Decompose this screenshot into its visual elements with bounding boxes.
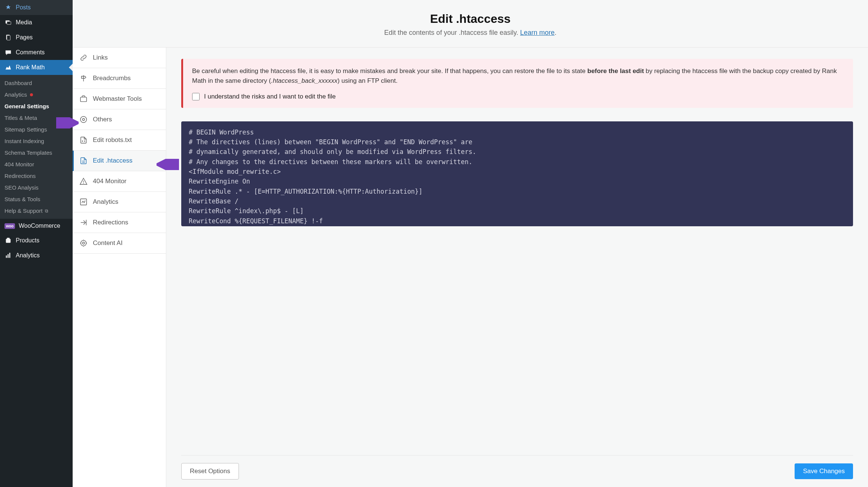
signpost-icon bbox=[79, 74, 88, 82]
comments-icon bbox=[4, 49, 12, 56]
pages-icon bbox=[4, 34, 12, 41]
settings-tabs-sidebar: Links Breadcrumbs Webmaster Tools Others… bbox=[73, 48, 166, 487]
submenu-status-tools[interactable]: Status & Tools bbox=[0, 193, 73, 205]
menu-rankmath[interactable]: Rank Math bbox=[0, 60, 73, 75]
menu-label: Media bbox=[16, 19, 32, 26]
tab-webmaster-tools[interactable]: Webmaster Tools bbox=[73, 89, 166, 109]
redirect-icon bbox=[79, 218, 88, 227]
learn-more-link[interactable]: Learn more bbox=[520, 29, 555, 36]
submenu-schema-templates[interactable]: Schema Templates bbox=[0, 147, 73, 158]
file-code-icon bbox=[79, 136, 88, 144]
tab-label: Links bbox=[93, 54, 108, 61]
settings-panel: Be careful when editing the htaccess fil… bbox=[166, 48, 868, 487]
tab-breadcrumbs[interactable]: Breadcrumbs bbox=[73, 68, 166, 89]
svg-rect-6 bbox=[6, 255, 7, 258]
consent-checkbox[interactable] bbox=[192, 93, 200, 100]
rankmath-submenu: Dashboard Analytics General Settings Tit… bbox=[0, 75, 73, 219]
rankmath-icon bbox=[4, 64, 12, 71]
menu-posts[interactable]: Posts bbox=[0, 0, 73, 15]
submenu-analytics[interactable]: Analytics bbox=[0, 89, 73, 100]
menu-label: Rank Math bbox=[16, 64, 45, 71]
save-button[interactable]: Save Changes bbox=[795, 463, 853, 479]
page-subtitle: Edit the contents of your .htaccess file… bbox=[80, 29, 861, 37]
tab-edit-robots[interactable]: Edit robots.txt bbox=[73, 130, 166, 151]
external-link-icon: ⧉ bbox=[45, 208, 48, 214]
submenu-sitemap-settings[interactable]: Sitemap Settings bbox=[0, 124, 73, 135]
content-area: Edit .htaccess Edit the contents of your… bbox=[73, 0, 868, 487]
htaccess-editor[interactable]: # BEGIN WordPress # The directives (line… bbox=[181, 121, 853, 226]
menu-pages[interactable]: Pages bbox=[0, 30, 73, 45]
tab-label: Analytics bbox=[93, 198, 118, 206]
page-header: Edit .htaccess Edit the contents of your… bbox=[73, 0, 868, 48]
warning-text: Be careful when editing the htaccess fil… bbox=[192, 66, 844, 86]
woo-icon: woo bbox=[4, 223, 15, 229]
menu-label: Comments bbox=[16, 49, 45, 56]
links-icon bbox=[79, 54, 88, 62]
chart-icon bbox=[79, 198, 88, 206]
menu-analytics-woo[interactable]: Analytics bbox=[0, 248, 73, 263]
menu-label: Analytics bbox=[16, 252, 40, 259]
menu-label: WooCommerce bbox=[19, 223, 60, 229]
file-text-icon bbox=[79, 157, 88, 165]
tab-404-monitor[interactable]: 404 Monitor bbox=[73, 171, 166, 192]
notification-dot-icon bbox=[30, 93, 33, 96]
warning-box: Be careful when editing the htaccess fil… bbox=[181, 59, 853, 108]
svg-rect-3 bbox=[7, 36, 10, 40]
tab-others[interactable]: Others bbox=[73, 109, 166, 130]
tab-label: Edit robots.txt bbox=[93, 136, 132, 144]
tab-label: 404 Monitor bbox=[93, 178, 127, 185]
bars-icon bbox=[4, 252, 12, 259]
warning-icon bbox=[79, 177, 88, 185]
tab-content-ai[interactable]: Content AI bbox=[73, 233, 166, 254]
submenu-seo-analysis[interactable]: SEO Analysis bbox=[0, 182, 73, 193]
media-icon bbox=[4, 19, 12, 26]
disc-icon bbox=[79, 115, 88, 124]
briefcase-icon bbox=[79, 95, 88, 103]
submenu-instant-indexing[interactable]: Instant Indexing bbox=[0, 135, 73, 147]
submenu-dashboard[interactable]: Dashboard bbox=[0, 77, 73, 89]
menu-comments[interactable]: Comments bbox=[0, 45, 73, 60]
svg-point-15 bbox=[84, 183, 84, 183]
reset-button[interactable]: Reset Options bbox=[181, 463, 239, 480]
wp-admin-sidebar: Posts Media Pages Comments Rank Math bbox=[0, 0, 73, 487]
svg-point-17 bbox=[81, 241, 87, 246]
tab-label: Content AI bbox=[93, 239, 122, 247]
menu-label: Products bbox=[16, 237, 39, 244]
svg-point-18 bbox=[82, 242, 85, 244]
tab-label: Others bbox=[93, 116, 112, 123]
tab-label: Redirections bbox=[93, 219, 128, 226]
menu-media[interactable]: Media bbox=[0, 15, 73, 30]
tab-edit-htaccess[interactable]: Edit .htaccess bbox=[73, 151, 166, 171]
svg-rect-5 bbox=[7, 238, 9, 239]
submenu-redirections[interactable]: Redirections bbox=[0, 170, 73, 182]
submenu-help-support[interactable]: Help & Support⧉ bbox=[0, 205, 73, 217]
svg-point-10 bbox=[81, 117, 87, 123]
submenu-general-settings[interactable]: General Settings bbox=[0, 100, 73, 112]
footer-bar: Reset Options Save Changes bbox=[181, 455, 853, 487]
menu-label: Pages bbox=[16, 34, 33, 41]
menu-products[interactable]: Products bbox=[0, 233, 73, 248]
svg-rect-1 bbox=[7, 21, 11, 24]
consent-label[interactable]: I understand the risks and I want to edi… bbox=[204, 93, 336, 100]
tab-label: Edit .htaccess bbox=[93, 157, 133, 164]
submenu-titles-meta[interactable]: Titles & Meta bbox=[0, 112, 73, 124]
svg-rect-8 bbox=[9, 253, 10, 258]
products-icon bbox=[4, 237, 12, 244]
tab-analytics-settings[interactable]: Analytics bbox=[73, 192, 166, 212]
submenu-404-monitor[interactable]: 404 Monitor bbox=[0, 158, 73, 170]
tab-label: Breadcrumbs bbox=[93, 75, 131, 82]
svg-rect-4 bbox=[6, 239, 11, 243]
menu-woocommerce[interactable]: woo WooCommerce bbox=[0, 219, 73, 233]
tab-redirections-settings[interactable]: Redirections bbox=[73, 212, 166, 233]
tab-links[interactable]: Links bbox=[73, 48, 166, 68]
svg-point-11 bbox=[82, 118, 85, 121]
pin-icon bbox=[4, 4, 12, 11]
menu-label: Posts bbox=[16, 4, 31, 11]
svg-rect-7 bbox=[7, 254, 9, 258]
page-title: Edit .htaccess bbox=[80, 12, 861, 26]
tab-label: Webmaster Tools bbox=[93, 95, 142, 103]
svg-rect-9 bbox=[81, 97, 87, 102]
ai-icon bbox=[79, 239, 88, 247]
